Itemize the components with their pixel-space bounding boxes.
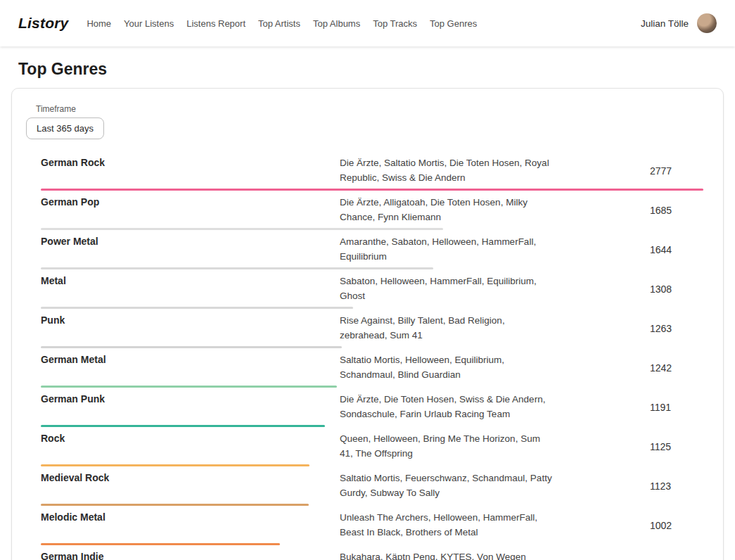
genre-top-artists: Amaranthe, Sabaton, Helloween, HammerFal… bbox=[340, 235, 554, 264]
user-avatar[interactable] bbox=[697, 13, 717, 33]
genre-top-artists: Saltatio Mortis, Feuerschwanz, Schandmau… bbox=[340, 471, 554, 500]
genre-bar bbox=[41, 464, 309, 466]
timeframe-label: Timeframe bbox=[36, 104, 709, 114]
genre-name: Rock bbox=[41, 432, 340, 444]
genre-table: German Rock Die Ärzte, Saltatio Mortis, … bbox=[41, 156, 703, 560]
genre-top-artists: Bukahara, Käptn Peng, KYTES, Von Wegen L… bbox=[340, 550, 554, 560]
genre-listen-count: 1002 bbox=[650, 520, 703, 531]
genre-listen-count: 1242 bbox=[650, 362, 703, 374]
genre-top-artists: Unleash The Archers, Helloween, HammerFa… bbox=[340, 511, 554, 540]
genre-bar bbox=[41, 307, 353, 309]
genre-listen-count: 1123 bbox=[650, 481, 703, 492]
genre-listen-count: 1308 bbox=[650, 284, 703, 295]
nav-item-top-tracks[interactable]: Top Tracks bbox=[373, 18, 417, 29]
genre-listen-count: 1644 bbox=[650, 244, 703, 255]
nav-item-top-albums[interactable]: Top Albums bbox=[313, 18, 360, 29]
table-row: Metal Sabaton, Helloween, HammerFall, Eq… bbox=[41, 274, 703, 309]
genre-name: Punk bbox=[41, 314, 340, 326]
table-row: Medieval Rock Saltatio Mortis, Feuerschw… bbox=[41, 471, 703, 506]
genre-top-artists: Die Ärzte, Saltatio Mortis, Die Toten Ho… bbox=[340, 156, 554, 185]
genre-top-artists: Saltatio Mortis, Helloween, Equilibrium,… bbox=[340, 353, 554, 382]
nav-item-top-artists[interactable]: Top Artists bbox=[258, 18, 300, 29]
genre-listen-count: 1191 bbox=[650, 402, 703, 413]
genre-name: German Metal bbox=[41, 353, 340, 365]
table-row: German Pop Die Ärzte, Alligatoah, Die To… bbox=[41, 196, 703, 230]
genre-top-artists: Die Ärzte, Alligatoah, Die Toten Hosen, … bbox=[340, 196, 554, 224]
app-logo[interactable]: Listory bbox=[18, 15, 68, 32]
nav-item-home[interactable]: Home bbox=[87, 18, 111, 29]
genre-bar bbox=[41, 267, 433, 269]
genre-name: German Rock bbox=[41, 156, 340, 168]
genre-listen-count: 2777 bbox=[650, 165, 703, 177]
genre-name: Metal bbox=[41, 274, 340, 286]
table-row: Power Metal Amaranthe, Sabaton, Hellowee… bbox=[41, 235, 703, 269]
genre-name: Medieval Rock bbox=[41, 471, 340, 483]
page-title: Top Genres bbox=[18, 60, 735, 79]
nav-item-your-listens[interactable]: Your Listens bbox=[124, 18, 174, 29]
table-row: German Metal Saltatio Mortis, Helloween,… bbox=[41, 353, 703, 388]
timeframe-filter: Timeframe Last 365 days bbox=[26, 104, 709, 139]
top-navigation: Listory Home Your Listens Listens Report… bbox=[0, 0, 735, 46]
genre-bar-track bbox=[41, 346, 703, 348]
main-nav: Home Your Listens Listens Report Top Art… bbox=[87, 18, 641, 29]
nav-item-listens-report[interactable]: Listens Report bbox=[186, 18, 245, 29]
genre-bar bbox=[41, 346, 342, 348]
genre-name: Power Metal bbox=[41, 235, 340, 247]
genre-bar-track bbox=[41, 189, 703, 191]
genre-bar bbox=[41, 189, 703, 191]
table-row: Rock Queen, Helloween, Bring Me The Hori… bbox=[41, 432, 703, 466]
genre-bar-track bbox=[41, 267, 703, 269]
table-row: German Rock Die Ärzte, Saltatio Mortis, … bbox=[41, 156, 703, 191]
genre-name: German Indie bbox=[41, 550, 340, 560]
table-row: Melodic Metal Unleash The Archers, Hello… bbox=[41, 511, 703, 545]
table-row: German Indie Bukahara, Käptn Peng, KYTES… bbox=[41, 550, 703, 560]
user-name: Julian Tölle bbox=[641, 18, 689, 29]
genre-name: German Pop bbox=[41, 196, 340, 208]
genre-bar-track bbox=[41, 307, 703, 309]
genre-listen-count: 1263 bbox=[650, 323, 703, 334]
genre-bar bbox=[41, 543, 280, 545]
genre-top-artists: Rise Against, Billy Talent, Bad Religion… bbox=[340, 314, 554, 343]
genre-bar bbox=[41, 425, 325, 427]
genre-bar bbox=[41, 504, 309, 506]
genre-bar-track bbox=[41, 504, 703, 506]
table-row: German Punk Die Ärzte, Die Toten Hosen, … bbox=[41, 393, 703, 427]
genre-name: German Punk bbox=[41, 393, 340, 405]
genre-bar-track bbox=[41, 228, 703, 230]
nav-item-top-genres[interactable]: Top Genres bbox=[430, 18, 477, 29]
genre-bar-track bbox=[41, 464, 703, 466]
top-genres-card: Timeframe Last 365 days German Rock Die … bbox=[11, 88, 724, 560]
genre-listen-count: 1125 bbox=[650, 441, 703, 452]
table-row: Punk Rise Against, Billy Talent, Bad Rel… bbox=[41, 314, 703, 348]
genre-bar-track bbox=[41, 386, 703, 388]
genre-bar bbox=[41, 386, 337, 388]
genre-top-artists: Queen, Helloween, Bring Me The Horizon, … bbox=[340, 432, 554, 461]
genre-listen-count: 1685 bbox=[650, 205, 703, 216]
genre-bar-track bbox=[41, 425, 703, 427]
timeframe-select[interactable]: Last 365 days bbox=[26, 117, 104, 139]
genre-bar-track bbox=[41, 543, 703, 545]
genre-bar bbox=[41, 228, 443, 230]
genre-top-artists: Sabaton, Helloween, HammerFall, Equilibr… bbox=[340, 274, 554, 303]
genre-name: Melodic Metal bbox=[41, 511, 340, 523]
genre-top-artists: Die Ärzte, Die Toten Hosen, Swiss & Die … bbox=[340, 393, 554, 421]
user-area: Julian Tölle bbox=[641, 13, 717, 33]
